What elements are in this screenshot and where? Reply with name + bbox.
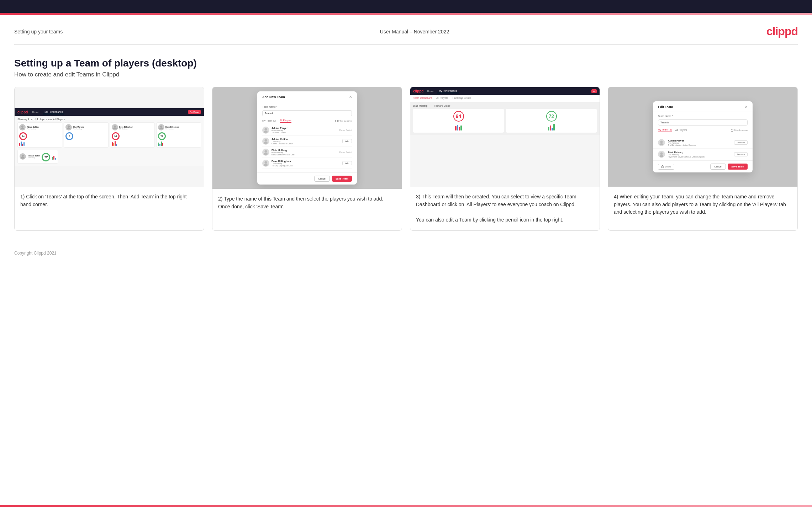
svg-point-5	[113, 128, 117, 129]
bottom-accent-bar	[0, 505, 812, 507]
svg-point-11	[264, 131, 268, 133]
player-list-item-4: Dave Billingham 1.5 HandicapThe Dog Magi…	[262, 158, 352, 169]
svg-point-0	[21, 126, 23, 128]
dialog-close-icon[interactable]: ✕	[349, 95, 352, 99]
edit-cancel-button[interactable]: Cancel	[710, 164, 726, 170]
page-title-section: Setting up a Team of players (desktop) H…	[0, 45, 812, 87]
player-info-4: Dave Billingham 1.5 HandicapThe Dog Magi…	[271, 160, 340, 167]
card-4-screenshot: Edit Team ✕ Team Name * My Team (2) All …	[608, 87, 797, 187]
mock-nav-right-3: ✏	[591, 89, 597, 93]
mock-score-4: 78	[158, 132, 166, 140]
team-name-input[interactable]	[262, 110, 352, 116]
card-2: Add New Team ✕ Team Name * My Team (2) A…	[212, 87, 402, 231]
mock-big-bar	[550, 126, 551, 130]
svg-point-6	[160, 126, 162, 128]
mock-player-name-3: Dave Billingham	[119, 126, 133, 128]
mock-bar	[158, 143, 159, 146]
header: Setting up your teams User Manual – Nove…	[0, 15, 812, 44]
filter-label: Filter by name	[338, 120, 352, 122]
edit-team-name-label: Team Name *	[658, 115, 748, 117]
edit-all-players-tab[interactable]: All Players	[675, 129, 687, 132]
remove-player-btn-2[interactable]: Remove	[734, 152, 748, 156]
save-team-button[interactable]: Save Team	[332, 176, 352, 182]
player-list-item-1: Adrian Player Plus HandicapThe Shire Lon…	[262, 125, 352, 136]
svg-point-7	[159, 128, 163, 129]
card-3-screenshot: clippd Home My Performance ✏ Team Dashbo…	[410, 87, 600, 187]
mock-avatar-2	[65, 124, 72, 130]
mock-bar	[112, 142, 113, 146]
mock-tab-handle[interactable]: Handicap Details	[452, 97, 471, 100]
mock-player-info-5: 3 Handicap	[28, 157, 40, 159]
mock-bar	[22, 144, 23, 146]
mock-content-heading: Showing 4 out of 4 players from All Play…	[17, 118, 201, 121]
mock-player-name-2: Blair McHarg	[73, 126, 84, 128]
mock-player-name-1: Adrian Collins	[27, 126, 39, 128]
player-avatar-4	[262, 160, 269, 167]
edit-filter-checkbox[interactable]	[731, 129, 733, 132]
edit-player-name-2: Blair McHarg	[668, 151, 731, 154]
mock-player-info-2: Plus Handicap	[73, 128, 84, 130]
svg-point-20	[660, 153, 663, 155]
copyright-text: Copyright Clippd 2021	[14, 251, 57, 256]
page-subtitle: How to create and edit Teams in Clippd	[14, 71, 798, 78]
card-1-screenshot: clippd Home My Performance Add Team Show…	[15, 87, 204, 187]
player-club-2: 1 HandicapCentral London Golf Centre	[271, 140, 340, 145]
mock-player-card-5: Richard Butler 3 Handicap 72	[17, 150, 58, 164]
teams-dashboard-mock: clippd Home My Performance Add Team Show…	[15, 108, 204, 166]
mock-bars-3	[112, 141, 153, 146]
mock-bar	[162, 143, 163, 146]
mock-tab-all[interactable]: All Players	[436, 97, 448, 100]
edit-dialog-body: Team Name * My Team (2) All Players Filt…	[653, 112, 753, 137]
add-player-btn-2[interactable]: Add	[342, 139, 352, 143]
mock-bar	[161, 142, 162, 146]
mock-pencil-btn[interactable]: ✏	[591, 89, 597, 93]
mock-bar	[21, 142, 22, 146]
edit-footer-right: Cancel Save Team	[710, 164, 748, 170]
all-players-tab[interactable]: All Players	[280, 119, 291, 123]
svg-point-8	[22, 155, 24, 157]
mock-add-team-btn[interactable]: Add Team	[188, 110, 201, 114]
svg-rect-22	[661, 166, 664, 168]
mock-nav-right: Add Team	[188, 110, 201, 114]
add-player-btn-4[interactable]: Add	[342, 161, 352, 165]
player-status-1: Player Added	[339, 129, 352, 131]
edit-dialog-tabs: My Team (2) All Players Filter by name	[658, 128, 748, 132]
edit-save-team-button[interactable]: Save Team	[728, 164, 748, 170]
card-3: clippd Home My Performance ✏ Team Dashbo…	[410, 87, 600, 231]
edit-player-info-1: Adrian Player Plus HandicapThe Shire Lon…	[668, 139, 731, 146]
mock-bar	[19, 143, 20, 146]
card-4: Edit Team ✕ Team Name * My Team (2) All …	[608, 87, 798, 231]
dialog-footer: Cancel Save Team	[257, 172, 357, 185]
mock-nav-perf-3: My Performance	[437, 89, 458, 93]
mock-tab-team[interactable]: Team Dashboard	[413, 97, 432, 100]
my-team-tab[interactable]: My Team (2)	[262, 119, 276, 123]
svg-point-1	[21, 128, 24, 129]
mock-bars-4	[158, 141, 199, 146]
edit-dialog-close-icon[interactable]: ✕	[745, 105, 748, 109]
edit-player-avatar-1	[658, 139, 665, 146]
filter-checkbox[interactable]	[335, 120, 338, 122]
card-4-text-content: 4) When editing your Team, you can chang…	[614, 194, 786, 215]
mock-second-row: Richard Butler 3 Handicap 72	[17, 150, 201, 164]
mock-logo-1: clippd	[17, 110, 28, 114]
delete-team-button[interactable]: Delete	[658, 164, 674, 170]
add-team-dialog-overlay: Add New Team ✕ Team Name * My Team (2) A…	[212, 87, 402, 189]
svg-point-3	[67, 128, 70, 129]
svg-point-4	[114, 126, 116, 128]
mock-big-bars-1	[455, 124, 462, 130]
mock-big-score-2: 72	[546, 111, 557, 122]
card-3-text-content: 3) This Team will then be created. You c…	[416, 194, 576, 223]
card-2-screenshot: Add New Team ✕ Team Name * My Team (2) A…	[212, 87, 402, 189]
mock-team-heading: Blair McHarg Richard Butler	[413, 105, 597, 107]
svg-point-19	[660, 143, 664, 145]
cancel-button[interactable]: Cancel	[314, 176, 330, 182]
player-club-1: Plus HandicapThe Shire London	[271, 129, 337, 134]
mock-big-bar	[459, 127, 460, 130]
mock-big-bar	[553, 124, 555, 130]
player-list-item-3: Blair McHarg Plus HandicapRoyal North De…	[262, 147, 352, 158]
edit-team-dialog-overlay: Edit Team ✕ Team Name * My Team (2) All …	[608, 87, 797, 187]
edit-my-team-tab[interactable]: My Team (2)	[658, 128, 672, 132]
remove-player-btn-1[interactable]: Remove	[734, 140, 748, 145]
mock-bars-1	[19, 141, 60, 146]
edit-team-name-input[interactable]	[658, 119, 748, 126]
